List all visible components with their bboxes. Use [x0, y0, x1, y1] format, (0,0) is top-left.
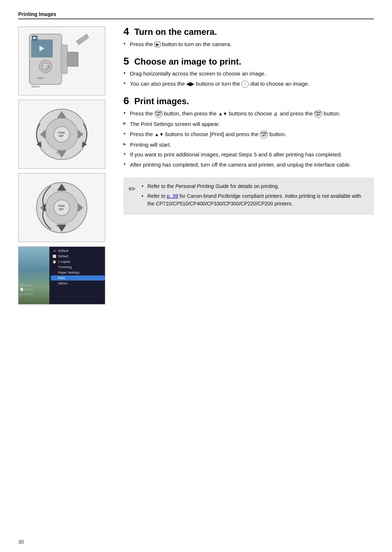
step-5-title: Choose an image to print.	[134, 57, 241, 67]
step-6-bullet-3: Press the ▲▼ buttons to choose [Print] a…	[123, 130, 374, 139]
note-box: ✏ Refer to the Personal Printing Guide f…	[123, 177, 374, 215]
step-6-bullet-1: Press the FUNCSET button, then press the…	[123, 110, 374, 118]
func-set-icon-3: FUNCSET	[260, 131, 268, 139]
step-5-bullet-1: Drag horizontally across the screen to c…	[123, 70, 374, 78]
page-container: Printing Images FUNC SET	[0, 0, 392, 552]
svg-rect-11	[68, 52, 78, 66]
camera-image-1: FUNC SET DISP. MENU AV/OUT	[18, 26, 105, 95]
step-6-bullet-2: The Print Settings screen will appear.	[123, 120, 374, 128]
svg-rect-10	[61, 45, 68, 74]
camera-image-2: FUNC SET DISP.	[18, 100, 105, 169]
func-set-icon-1: FUNCSET	[155, 110, 163, 118]
updown-icon-1: ▲▼	[218, 111, 228, 116]
note-list: Refer to the Personal Printing Guide for…	[142, 183, 367, 208]
lr-arrows-icon: ◀▶	[186, 81, 194, 87]
note-italic-text: Personal Printing Guide	[175, 183, 229, 189]
dial-icon: ○	[241, 81, 249, 88]
svg-text:SET: SET	[59, 135, 64, 137]
step-6-number: 6	[123, 96, 132, 106]
func-set-icon-2: FUNCSET	[314, 110, 322, 118]
step-5-bullets: Drag horizontally across the screen to c…	[123, 70, 374, 88]
updown-icon-2: ▲▼	[155, 132, 164, 137]
menu-row-print: Print	[51, 275, 105, 281]
step-4-header: 4 Turn on the camera.	[123, 26, 374, 37]
menu-row-menu: MENU	[51, 281, 105, 286]
step-5-header: 5 Choose an image to print.	[123, 56, 374, 67]
menu-row-2: ⬜Default	[51, 254, 105, 259]
menu-row-3: 📋1 copies	[51, 259, 105, 264]
svg-text:MENU: MENU	[32, 85, 40, 88]
menu-row-1: ⊙Default	[51, 248, 105, 253]
svg-text:SET: SET	[45, 68, 48, 70]
page-header: Printing Images	[18, 11, 374, 19]
step-6-bullet-5: If you want to print additional images, …	[123, 151, 374, 159]
note-icon: ✏	[128, 183, 136, 196]
right-column: 4 Turn on the camera. Press the ▶ button…	[123, 26, 374, 304]
main-content: FUNC SET DISP. MENU AV/OUT	[18, 26, 374, 304]
step-4-number: 4	[123, 26, 132, 37]
step-5-number: 5	[123, 56, 132, 66]
page-header-title: Printing Images	[18, 11, 56, 17]
svg-text:SET: SET	[59, 208, 64, 210]
note-item-1: Refer to the Personal Printing Guide for…	[142, 183, 367, 190]
svg-text:FUNC: FUNC	[58, 205, 65, 207]
svg-text:FUNC: FUNC	[44, 66, 49, 68]
page-number: 30	[18, 539, 24, 545]
step-6-bullets: Press the FUNCSET button, then press the…	[123, 110, 374, 169]
step-4-bullets: Press the ▶ button to turn on the camera…	[123, 40, 374, 48]
step-6-title: Print images.	[134, 96, 189, 107]
screen-menu-image: 🖼Default 📄Default 🖨Default ⊙	[18, 246, 105, 304]
step-6-bullet-6: After printing has completed, turn off t…	[123, 161, 374, 169]
camera-image-3: FUNC SET DISP.	[18, 173, 105, 242]
play-button-icon: ▶	[155, 42, 160, 47]
note-link[interactable]: p. 39	[167, 193, 178, 199]
step-4-bullet-1: Press the ▶ button to turn on the camera…	[123, 40, 374, 48]
svg-text:FUNC: FUNC	[58, 131, 65, 134]
menu-row-4: Trimming	[51, 265, 105, 270]
step-6-section: 6 Print images. Press the FUNCSET button…	[123, 96, 374, 169]
menu-row-5: Paper Settings	[51, 270, 105, 275]
step-4-section: 4 Turn on the camera. Press the ▶ button…	[123, 26, 374, 48]
print-icon: 🖨	[273, 111, 278, 118]
step-6-bullet-4: Printing will start.	[123, 141, 374, 149]
left-column: FUNC SET DISP. MENU AV/OUT	[18, 26, 113, 304]
step-5-section: 5 Choose an image to print. Drag horizon…	[123, 56, 374, 88]
svg-text:DISP.: DISP.	[37, 77, 45, 80]
note-item-2: Refer to p. 39 for Canon-brand Pictbridg…	[142, 192, 367, 208]
step-5-bullet-2: You can also press the ◀▶ buttons or tur…	[123, 80, 374, 88]
step-6-header: 6 Print images.	[123, 96, 374, 107]
step-4-title: Turn on the camera.	[134, 27, 217, 37]
